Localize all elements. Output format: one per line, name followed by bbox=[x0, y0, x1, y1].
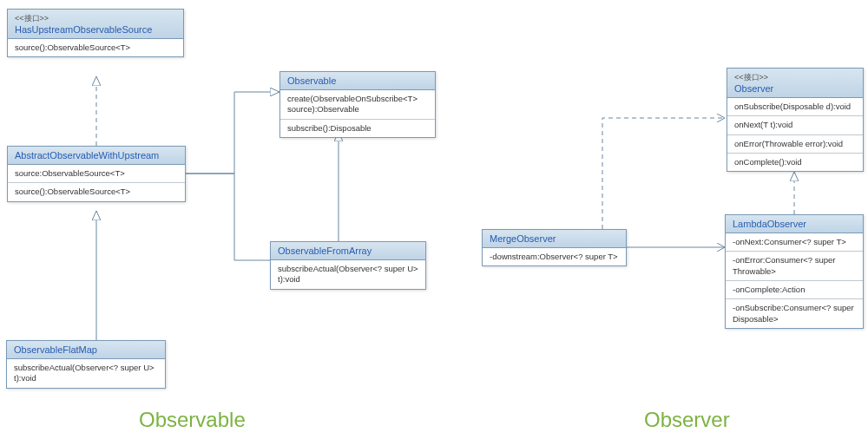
class-title: Observer bbox=[734, 83, 773, 94]
class-header: AbstractObservableWithUpstream bbox=[8, 147, 185, 165]
class-title: MergeObserver bbox=[490, 233, 556, 244]
class-header: <<接口>> HasUpstreamObservableSource bbox=[8, 10, 183, 39]
member-row: source:ObservableSource<T> bbox=[8, 165, 185, 183]
class-merge-observer: MergeObserver -downstream:Observer<? sup… bbox=[482, 229, 627, 266]
member-row: subscribe():Disposable bbox=[280, 120, 435, 137]
class-flatmap: ObservableFlatMap subscribeActual(Observ… bbox=[6, 340, 166, 389]
member-row: onError(Throwable error):void bbox=[727, 135, 863, 154]
member-row: -onNext:Consumer<? super T> bbox=[726, 233, 863, 252]
member-row: onNext(T t):void bbox=[727, 116, 863, 134]
class-observer: <<接口>> Observer onSubscribe(Disposable d… bbox=[727, 68, 864, 172]
class-header: Observable bbox=[280, 72, 435, 90]
member-row: -downstream:Observer<? super T> bbox=[483, 248, 626, 265]
member-row: onComplete():void bbox=[727, 154, 863, 171]
class-lambda-observer: LambdaObserver -onNext:Consumer<? super … bbox=[725, 214, 864, 329]
class-title: Observable bbox=[287, 75, 336, 86]
class-title: HasUpstreamObservableSource bbox=[15, 24, 152, 35]
member-row: source():ObservableSource<T> bbox=[8, 39, 183, 56]
member-row: create(ObservableOnSubscribe<T> source):… bbox=[280, 90, 435, 120]
stereotype: <<接口>> bbox=[15, 13, 176, 24]
class-from-array: ObservableFromArray subscribeActual(Obse… bbox=[270, 241, 426, 290]
class-header: LambdaObserver bbox=[726, 215, 863, 233]
class-title: ObservableFromArray bbox=[278, 246, 372, 256]
stereotype: <<接口>> bbox=[734, 72, 856, 83]
class-has-upstream: <<接口>> HasUpstreamObservableSource sourc… bbox=[7, 9, 184, 57]
member-row: subscribeActual(Observer<? super U> t):v… bbox=[7, 359, 165, 388]
member-row: -onComplete:Action bbox=[726, 281, 863, 299]
class-observable: Observable create(ObservableOnSubscribe<… bbox=[279, 71, 436, 138]
member-row: -onError:Consumer<? super Throwable> bbox=[726, 252, 863, 281]
section-label-observer: Observer bbox=[644, 408, 730, 432]
class-header: MergeObserver bbox=[483, 230, 626, 248]
class-title: AbstractObservableWithUpstream bbox=[15, 150, 159, 161]
class-title: LambdaObserver bbox=[733, 219, 806, 229]
member-row: subscribeActual(Observer<? super U> t):v… bbox=[271, 260, 425, 289]
class-abstract-upstream: AbstractObservableWithUpstream source:Ob… bbox=[7, 146, 186, 202]
member-row: onSubscribe(Disposable d):void bbox=[727, 98, 863, 116]
class-header: <<接口>> Observer bbox=[727, 69, 863, 98]
member-row: -onSubscribe:Consumer<? super Disposable… bbox=[726, 299, 863, 328]
member-row: source():ObservableSource<T> bbox=[8, 183, 185, 200]
class-header: ObservableFromArray bbox=[271, 242, 425, 260]
class-header: ObservableFlatMap bbox=[7, 341, 165, 359]
class-title: ObservableFlatMap bbox=[14, 344, 97, 355]
section-label-observable: Observable bbox=[139, 408, 246, 432]
